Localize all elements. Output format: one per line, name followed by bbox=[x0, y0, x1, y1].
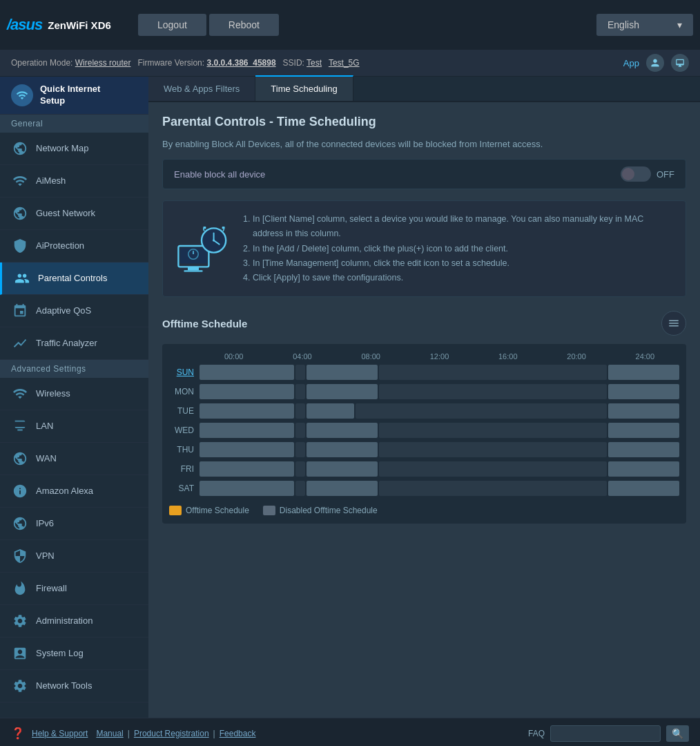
time-20: 20:00 bbox=[542, 352, 610, 361]
time-04: 04:00 bbox=[268, 352, 336, 361]
bottom-bar: ❓ Help & Support Manual | Product Regist… bbox=[0, 718, 700, 746]
feedback-link[interactable]: Feedback bbox=[220, 729, 256, 738]
sidebar-item-amazon-alexa[interactable]: Amazon Alexa bbox=[0, 475, 148, 508]
day-mon: MON bbox=[169, 387, 200, 396]
bar-fri-gap2 bbox=[379, 461, 607, 477]
legend-orange-box bbox=[169, 506, 182, 515]
sidebar-item-firewall[interactable]: Firewall bbox=[0, 573, 148, 605]
network-map-icon bbox=[11, 140, 29, 157]
sidebar-item-aiprotection[interactable]: AiProtection bbox=[0, 230, 148, 262]
toggle-switch[interactable]: OFF bbox=[621, 166, 674, 182]
vpn-icon bbox=[11, 547, 29, 565]
guest-network-icon bbox=[11, 204, 29, 222]
bars-sat bbox=[200, 481, 679, 496]
quick-setup-icon bbox=[11, 84, 33, 106]
sidebar-label-administration: Administration bbox=[36, 615, 93, 626]
faq-search-input[interactable] bbox=[550, 725, 661, 742]
instruction-1: In [Client Name] column, select a device… bbox=[253, 212, 674, 242]
schedule-row-thu: THU bbox=[169, 442, 679, 457]
day-sat: SAT bbox=[169, 484, 200, 493]
quick-setup-label: Quick InternetSetup bbox=[40, 84, 100, 107]
bar-sat-3 bbox=[608, 481, 679, 496]
sidebar-label-firewall: Firewall bbox=[36, 583, 67, 593]
wireless-icon bbox=[11, 385, 29, 403]
op-mode-value[interactable]: Wireless router bbox=[75, 58, 131, 68]
header-icons: App bbox=[623, 54, 689, 72]
day-fri: FRI bbox=[169, 464, 200, 474]
operation-mode-info: Operation Mode: Wireless router Firmware… bbox=[11, 58, 360, 68]
product-registration-link[interactable]: Product Registration bbox=[134, 729, 209, 738]
user-icon[interactable] bbox=[646, 54, 664, 72]
sidebar-item-ipv6[interactable]: IPv6 bbox=[0, 508, 148, 540]
legend-gray-box bbox=[263, 506, 275, 515]
ssid5g-value[interactable]: Test_5G bbox=[329, 58, 360, 68]
sidebar-label-lan: LAN bbox=[36, 421, 53, 431]
bar-sat-gap1 bbox=[295, 481, 305, 496]
faq-area: FAQ 🔍 bbox=[528, 725, 689, 742]
sidebar-item-wan[interactable]: WAN bbox=[0, 443, 148, 475]
ssid-value[interactable]: Test bbox=[307, 58, 322, 68]
sidebar-label-amazon-alexa: Amazon Alexa bbox=[36, 486, 93, 496]
toggle-track[interactable] bbox=[621, 166, 651, 182]
day-sun: SUN bbox=[169, 367, 200, 377]
schedule-row-tue: TUE bbox=[169, 403, 679, 419]
firewall-icon bbox=[11, 580, 29, 597]
bar-mon-gap1 bbox=[295, 384, 305, 399]
bar-wed-gap2 bbox=[379, 423, 607, 438]
schedule-row-sun: SUN bbox=[169, 365, 679, 380]
sidebar-item-aimesh[interactable]: AiMesh bbox=[0, 165, 148, 198]
sidebar-label-traffic-analyzer: Traffic Analyzer bbox=[36, 338, 97, 348]
firmware-value[interactable]: 3.0.0.4.386_45898 bbox=[206, 58, 275, 68]
aiprotection-icon bbox=[11, 237, 29, 255]
bar-wed-2 bbox=[307, 423, 378, 438]
top-bar: /asus ZenWiFi XD6 Logout Reboot English … bbox=[0, 0, 700, 50]
svg-rect-11 bbox=[222, 227, 225, 229]
sidebar-item-quick-setup[interactable]: Quick InternetSetup bbox=[0, 77, 148, 115]
bar-mon-gap2 bbox=[379, 384, 607, 399]
sidebar-item-traffic-analyzer[interactable]: Traffic Analyzer bbox=[0, 327, 148, 360]
schedule-menu-button[interactable] bbox=[661, 311, 686, 336]
instruction-4: Click [Apply] to save the configurations… bbox=[253, 271, 674, 285]
instruction-2: In the [Add / Delete] column, click the … bbox=[253, 242, 674, 256]
reboot-button[interactable]: Reboot bbox=[209, 14, 279, 36]
sidebar-item-lan[interactable]: LAN bbox=[0, 410, 148, 443]
sidebar-item-vpn[interactable]: VPN bbox=[0, 540, 148, 573]
manual-link[interactable]: Manual bbox=[96, 729, 123, 738]
sidebar-label-adaptive-qos: Adaptive QoS bbox=[36, 305, 91, 316]
bar-tue-gap2 bbox=[356, 403, 607, 419]
bar-wed-1 bbox=[200, 423, 294, 438]
sidebar-label-wireless: Wireless bbox=[36, 388, 70, 399]
bottom-links: ❓ Help & Support Manual | Product Regist… bbox=[11, 727, 255, 740]
sidebar-label-network-map: Network Map bbox=[36, 143, 89, 153]
sidebar-item-system-log[interactable]: System Log bbox=[0, 638, 148, 670]
bar-mon-1 bbox=[200, 384, 294, 399]
faq-search-button[interactable]: 🔍 bbox=[666, 725, 689, 742]
language-selector[interactable]: English ▾ bbox=[596, 14, 693, 36]
sidebar-item-guest-network[interactable]: Guest Network bbox=[0, 198, 148, 230]
bar-fri-gap1 bbox=[295, 461, 305, 477]
general-section-header: General bbox=[0, 115, 148, 133]
help-support-link[interactable]: Help & Support bbox=[32, 729, 88, 738]
sidebar-item-network-tools[interactable]: Network Tools bbox=[0, 670, 148, 702]
day-tue: TUE bbox=[169, 406, 200, 416]
page-content: Parental Controls - Time Scheduling By e… bbox=[148, 102, 700, 536]
sidebar-item-network-map[interactable]: Network Map bbox=[0, 133, 148, 165]
bar-mon-3 bbox=[608, 384, 679, 399]
sidebar-label-guest-network: Guest Network bbox=[36, 208, 95, 218]
sidebar-item-parental-controls[interactable]: Parental Controls bbox=[0, 262, 148, 295]
bar-sun-3 bbox=[608, 365, 679, 380]
day-wed: WED bbox=[169, 425, 200, 435]
logout-button[interactable]: Logout bbox=[138, 14, 206, 36]
monitor-icon[interactable] bbox=[671, 54, 689, 72]
bar-mon-2 bbox=[307, 384, 378, 399]
bars-mon bbox=[200, 384, 679, 399]
sidebar-item-wireless[interactable]: Wireless bbox=[0, 378, 148, 410]
tab-time-scheduling[interactable]: Time Scheduling bbox=[255, 75, 353, 101]
tab-web-apps-filters[interactable]: Web & Apps Filters bbox=[148, 77, 255, 101]
bar-sat-2 bbox=[307, 481, 378, 496]
svg-rect-10 bbox=[203, 227, 206, 229]
instructions-text: In [Client Name] column, select a device… bbox=[242, 212, 674, 285]
sidebar-item-administration[interactable]: Administration bbox=[0, 605, 148, 638]
bar-sat-gap2 bbox=[379, 481, 607, 496]
sidebar-item-adaptive-qos[interactable]: Adaptive QoS bbox=[0, 295, 148, 327]
